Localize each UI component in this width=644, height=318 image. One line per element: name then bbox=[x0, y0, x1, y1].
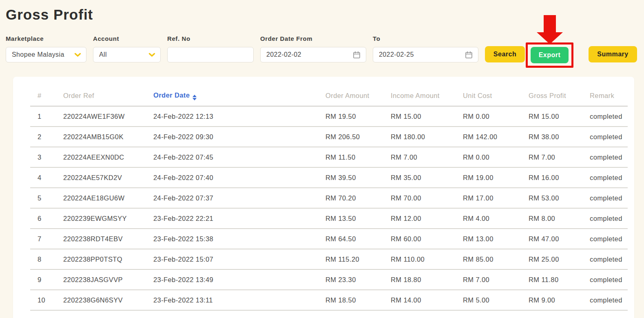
calendar-icon[interactable] bbox=[465, 51, 473, 59]
cell-order-amount: RM 206.50 bbox=[318, 127, 383, 147]
table-row: 3 220224AEEXN0DC 24-Feb-2022 07:45 RM 11… bbox=[30, 147, 628, 167]
export-highlight-box: Export bbox=[526, 42, 573, 68]
cell-order-amount: RM 23.30 bbox=[318, 269, 383, 290]
cell-gross-profit: RM 7.00 bbox=[521, 147, 582, 167]
cell-gross-profit: RM 9.00 bbox=[521, 290, 582, 310]
table-row: 10 2202238G6N6SYV 23-Feb-2022 13:11 RM 1… bbox=[30, 290, 628, 310]
cell-order-date: 23-Feb-2022 15:38 bbox=[146, 229, 318, 249]
cell-index: 4 bbox=[30, 167, 56, 188]
cell-gross-profit: RM 8.00 bbox=[521, 208, 582, 229]
table-row: 2 220224AMB15G0K 24-Feb-2022 09:30 RM 20… bbox=[30, 127, 628, 147]
cell-order-ref: 220224AMB15G0K bbox=[56, 127, 146, 147]
cell-order-ref: 220224AEEXN0DC bbox=[56, 147, 146, 167]
table-row: 9 2202238JASGVVP 23-Feb-2022 13:49 RM 23… bbox=[30, 269, 628, 290]
marketplace-select[interactable]: Shopee Malaysia bbox=[6, 47, 86, 62]
table-header-row: # Order Ref Order Date Order Amount Inco… bbox=[30, 77, 628, 106]
cell-gross-profit: RM 47.00 bbox=[521, 229, 582, 249]
search-button[interactable]: Search bbox=[485, 46, 525, 62]
col-header-order-date-sortable[interactable]: Order Date bbox=[146, 77, 318, 106]
table-row: 7 2202238RDT4EBV 23-Feb-2022 15:38 RM 64… bbox=[30, 229, 628, 249]
cell-order-amount: RM 39.50 bbox=[318, 167, 383, 188]
cell-order-date: 24-Feb-2022 07:45 bbox=[146, 147, 318, 167]
cell-income-amount: RM 15.00 bbox=[383, 106, 456, 127]
refno-filter: Ref. No bbox=[167, 35, 254, 62]
cell-unit-cost: RM 0.00 bbox=[456, 147, 521, 167]
col-header-remark: Remark bbox=[582, 77, 628, 106]
cell-remark: completed bbox=[582, 269, 628, 290]
cell-order-ref: 2202238JASGVVP bbox=[56, 269, 146, 290]
cell-income-amount: RM 18.80 bbox=[383, 269, 456, 290]
cell-remark: completed bbox=[582, 127, 628, 147]
cell-gross-profit: RM 11.80 bbox=[521, 269, 582, 290]
account-label: Account bbox=[93, 35, 161, 42]
cell-unit-cost: RM 13.00 bbox=[456, 229, 521, 249]
col-header-order-ref: Order Ref bbox=[56, 77, 146, 106]
filter-bar: Marketplace Shopee Malaysia Account All … bbox=[6, 35, 638, 62]
gross-profit-table: # Order Ref Order Date Order Amount Inco… bbox=[30, 77, 628, 311]
cell-remark: completed bbox=[582, 290, 628, 310]
account-value: All bbox=[99, 51, 145, 58]
table-row: 6 2202239EWGMSYY 23-Feb-2022 22:21 RM 13… bbox=[30, 208, 628, 229]
cell-unit-cost: RM 19.00 bbox=[456, 167, 521, 188]
cell-index: 2 bbox=[30, 127, 56, 147]
cell-index: 1 bbox=[30, 106, 56, 127]
cell-gross-profit: RM 38.00 bbox=[521, 127, 582, 147]
cell-unit-cost: RM 142.00 bbox=[456, 127, 521, 147]
cell-order-amount: RM 115.20 bbox=[318, 249, 383, 269]
cell-order-ref: 2202238RDT4EBV bbox=[56, 229, 146, 249]
table-row: 1 220224AWE1F36W 24-Feb-2022 12:13 RM 19… bbox=[30, 106, 628, 127]
date-from-filter: Order Date From 2022-02-02 bbox=[260, 35, 366, 62]
col-header-gross-profit: Gross Profit bbox=[521, 77, 582, 106]
cell-order-date: 23-Feb-2022 13:11 bbox=[146, 290, 318, 310]
cell-income-amount: RM 12.00 bbox=[383, 208, 456, 229]
cell-income-amount: RM 70.00 bbox=[383, 188, 456, 208]
cell-remark: completed bbox=[582, 167, 628, 188]
cell-order-date: 23-Feb-2022 22:21 bbox=[146, 208, 318, 229]
cell-index: 9 bbox=[30, 269, 56, 290]
cell-unit-cost: RM 0.00 bbox=[456, 106, 521, 127]
account-select[interactable]: All bbox=[93, 47, 161, 62]
cell-order-amount: RM 18.50 bbox=[318, 290, 383, 310]
cell-order-ref: 220224AE57KD2V bbox=[56, 167, 146, 188]
table-row: 4 220224AE57KD2V 24-Feb-2022 07:40 RM 39… bbox=[30, 167, 628, 188]
sort-icon bbox=[193, 95, 197, 100]
col-header-order-amount: Order Amount bbox=[318, 77, 383, 106]
account-filter: Account All bbox=[93, 35, 161, 62]
cell-remark: completed bbox=[582, 249, 628, 269]
cell-index: 3 bbox=[30, 147, 56, 167]
cell-remark: completed bbox=[582, 229, 628, 249]
marketplace-value: Shopee Malaysia bbox=[12, 51, 71, 58]
cell-order-amount: RM 64.50 bbox=[318, 229, 383, 249]
cell-order-amount: RM 11.50 bbox=[318, 147, 383, 167]
summary-button[interactable]: Summary bbox=[589, 46, 637, 62]
refno-input[interactable] bbox=[173, 47, 248, 62]
cell-order-amount: RM 70.20 bbox=[318, 188, 383, 208]
date-to-input[interactable]: 2022-02-25 bbox=[373, 47, 478, 62]
table-row: 5 220224AE18GU6W 24-Feb-2022 07:37 RM 70… bbox=[30, 188, 628, 208]
cell-unit-cost: RM 4.00 bbox=[456, 208, 521, 229]
cell-order-amount: RM 13.50 bbox=[318, 208, 383, 229]
cell-index: 10 bbox=[30, 290, 56, 310]
cell-unit-cost: RM 5.00 bbox=[456, 290, 521, 310]
table-row: 8 2202238PP0TSTQ 23-Feb-2022 15:07 RM 11… bbox=[30, 249, 628, 269]
date-from-input[interactable]: 2022-02-02 bbox=[260, 47, 366, 62]
cell-index: 5 bbox=[30, 188, 56, 208]
cell-order-ref: 2202238PP0TSTQ bbox=[56, 249, 146, 269]
cell-remark: completed bbox=[582, 208, 628, 229]
cell-remark: completed bbox=[582, 106, 628, 127]
cell-order-ref: 2202238G6N6SYV bbox=[56, 290, 146, 310]
cell-order-amount: RM 19.50 bbox=[318, 106, 383, 127]
date-from-value: 2022-02-02 bbox=[266, 51, 349, 58]
export-button[interactable]: Export bbox=[531, 47, 569, 63]
col-header-index: # bbox=[30, 77, 56, 106]
refno-field bbox=[167, 47, 254, 62]
cell-remark: completed bbox=[582, 147, 628, 167]
chevron-down-icon bbox=[148, 53, 155, 57]
cell-income-amount: RM 14.00 bbox=[383, 290, 456, 310]
refno-label: Ref. No bbox=[167, 35, 254, 42]
cell-unit-cost: RM 7.00 bbox=[456, 269, 521, 290]
results-card: # Order Ref Order Date Order Amount Inco… bbox=[13, 77, 634, 318]
cell-order-ref: 220224AWE1F36W bbox=[56, 106, 146, 127]
calendar-icon[interactable] bbox=[352, 51, 361, 59]
cell-income-amount: RM 35.00 bbox=[383, 167, 456, 188]
